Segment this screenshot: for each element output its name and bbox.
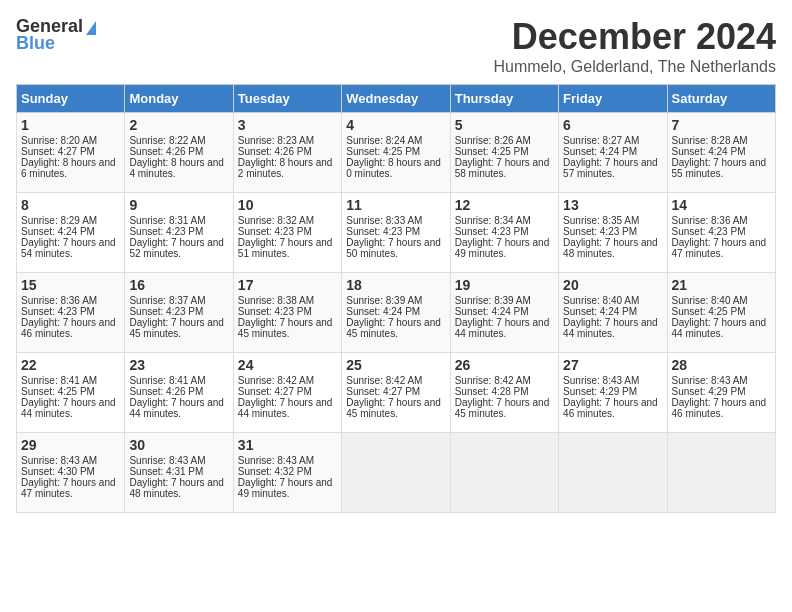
day-number: 25: [346, 357, 445, 373]
week-row-4: 22Sunrise: 8:41 AMSunset: 4:25 PMDayligh…: [17, 353, 776, 433]
day-number: 3: [238, 117, 337, 133]
daylight-label: Daylight: 8 hours and 4 minutes.: [129, 157, 224, 179]
sunrise-label: Sunrise: 8:23 AM: [238, 135, 314, 146]
day-number: 24: [238, 357, 337, 373]
calendar-cell: 11Sunrise: 8:33 AMSunset: 4:23 PMDayligh…: [342, 193, 450, 273]
sunset-label: Sunset: 4:29 PM: [563, 386, 637, 397]
sunset-label: Sunset: 4:24 PM: [563, 306, 637, 317]
calendar-cell: 25Sunrise: 8:42 AMSunset: 4:27 PMDayligh…: [342, 353, 450, 433]
daylight-label: Daylight: 7 hours and 48 minutes.: [563, 237, 658, 259]
calendar-cell: 15Sunrise: 8:36 AMSunset: 4:23 PMDayligh…: [17, 273, 125, 353]
calendar-cell: 23Sunrise: 8:41 AMSunset: 4:26 PMDayligh…: [125, 353, 233, 433]
sunset-label: Sunset: 4:25 PM: [672, 306, 746, 317]
day-number: 14: [672, 197, 771, 213]
daylight-label: Daylight: 7 hours and 47 minutes.: [672, 237, 767, 259]
daylight-label: Daylight: 7 hours and 49 minutes.: [455, 237, 550, 259]
sunset-label: Sunset: 4:23 PM: [455, 226, 529, 237]
daylight-label: Daylight: 7 hours and 55 minutes.: [672, 157, 767, 179]
location-title: Hummelo, Gelderland, The Netherlands: [493, 58, 776, 76]
sunset-label: Sunset: 4:25 PM: [21, 386, 95, 397]
logo-triangle-icon: [86, 21, 96, 35]
calendar-cell: 13Sunrise: 8:35 AMSunset: 4:23 PMDayligh…: [559, 193, 667, 273]
sunset-label: Sunset: 4:23 PM: [129, 306, 203, 317]
calendar-cell: 9Sunrise: 8:31 AMSunset: 4:23 PMDaylight…: [125, 193, 233, 273]
day-of-week-saturday: Saturday: [667, 85, 775, 113]
calendar-cell: 6Sunrise: 8:27 AMSunset: 4:24 PMDaylight…: [559, 113, 667, 193]
calendar-cell: 7Sunrise: 8:28 AMSunset: 4:24 PMDaylight…: [667, 113, 775, 193]
day-number: 18: [346, 277, 445, 293]
calendar-cell: 10Sunrise: 8:32 AMSunset: 4:23 PMDayligh…: [233, 193, 341, 273]
calendar-cell: 22Sunrise: 8:41 AMSunset: 4:25 PMDayligh…: [17, 353, 125, 433]
sunset-label: Sunset: 4:23 PM: [21, 306, 95, 317]
sunset-label: Sunset: 4:26 PM: [129, 386, 203, 397]
daylight-label: Daylight: 7 hours and 46 minutes.: [672, 397, 767, 419]
calendar-cell: 14Sunrise: 8:36 AMSunset: 4:23 PMDayligh…: [667, 193, 775, 273]
sunrise-label: Sunrise: 8:24 AM: [346, 135, 422, 146]
daylight-label: Daylight: 7 hours and 48 minutes.: [129, 477, 224, 499]
daylight-label: Daylight: 7 hours and 44 minutes.: [238, 397, 333, 419]
sunrise-label: Sunrise: 8:37 AM: [129, 295, 205, 306]
day-number: 7: [672, 117, 771, 133]
logo: General Blue: [16, 16, 96, 54]
daylight-label: Daylight: 7 hours and 51 minutes.: [238, 237, 333, 259]
calendar-cell: 2Sunrise: 8:22 AMSunset: 4:26 PMDaylight…: [125, 113, 233, 193]
sunrise-label: Sunrise: 8:41 AM: [129, 375, 205, 386]
calendar-cell: 16Sunrise: 8:37 AMSunset: 4:23 PMDayligh…: [125, 273, 233, 353]
daylight-label: Daylight: 7 hours and 44 minutes.: [129, 397, 224, 419]
sunrise-label: Sunrise: 8:33 AM: [346, 215, 422, 226]
daylight-label: Daylight: 7 hours and 54 minutes.: [21, 237, 116, 259]
day-number: 10: [238, 197, 337, 213]
day-number: 23: [129, 357, 228, 373]
calendar-cell: [342, 433, 450, 513]
day-of-week-monday: Monday: [125, 85, 233, 113]
daylight-label: Daylight: 7 hours and 44 minutes.: [563, 317, 658, 339]
calendar-cell: 3Sunrise: 8:23 AMSunset: 4:26 PMDaylight…: [233, 113, 341, 193]
day-number: 11: [346, 197, 445, 213]
sunset-label: Sunset: 4:31 PM: [129, 466, 203, 477]
sunset-label: Sunset: 4:24 PM: [455, 306, 529, 317]
daylight-label: Daylight: 8 hours and 2 minutes.: [238, 157, 333, 179]
day-number: 17: [238, 277, 337, 293]
daylight-label: Daylight: 7 hours and 45 minutes.: [346, 317, 441, 339]
daylight-label: Daylight: 7 hours and 45 minutes.: [129, 317, 224, 339]
day-number: 13: [563, 197, 662, 213]
sunrise-label: Sunrise: 8:42 AM: [455, 375, 531, 386]
day-number: 9: [129, 197, 228, 213]
sunrise-label: Sunrise: 8:27 AM: [563, 135, 639, 146]
sunset-label: Sunset: 4:26 PM: [129, 146, 203, 157]
daylight-label: Daylight: 7 hours and 50 minutes.: [346, 237, 441, 259]
daylight-label: Daylight: 7 hours and 46 minutes.: [21, 317, 116, 339]
week-row-2: 8Sunrise: 8:29 AMSunset: 4:24 PMDaylight…: [17, 193, 776, 273]
sunset-label: Sunset: 4:29 PM: [672, 386, 746, 397]
title-block: December 2024 Hummelo, Gelderland, The N…: [493, 16, 776, 76]
week-row-5: 29Sunrise: 8:43 AMSunset: 4:30 PMDayligh…: [17, 433, 776, 513]
sunrise-label: Sunrise: 8:39 AM: [346, 295, 422, 306]
calendar-cell: 24Sunrise: 8:42 AMSunset: 4:27 PMDayligh…: [233, 353, 341, 433]
sunrise-label: Sunrise: 8:40 AM: [563, 295, 639, 306]
day-number: 4: [346, 117, 445, 133]
sunset-label: Sunset: 4:25 PM: [455, 146, 529, 157]
sunset-label: Sunset: 4:32 PM: [238, 466, 312, 477]
calendar-cell: [667, 433, 775, 513]
calendar-cell: 20Sunrise: 8:40 AMSunset: 4:24 PMDayligh…: [559, 273, 667, 353]
daylight-label: Daylight: 7 hours and 52 minutes.: [129, 237, 224, 259]
day-number: 30: [129, 437, 228, 453]
day-number: 22: [21, 357, 120, 373]
calendar-cell: 4Sunrise: 8:24 AMSunset: 4:25 PMDaylight…: [342, 113, 450, 193]
sunset-label: Sunset: 4:24 PM: [21, 226, 95, 237]
sunrise-label: Sunrise: 8:26 AM: [455, 135, 531, 146]
sunrise-label: Sunrise: 8:42 AM: [238, 375, 314, 386]
sunset-label: Sunset: 4:23 PM: [129, 226, 203, 237]
day-number: 19: [455, 277, 554, 293]
day-number: 26: [455, 357, 554, 373]
sunrise-label: Sunrise: 8:43 AM: [238, 455, 314, 466]
page-header: General Blue December 2024 Hummelo, Geld…: [16, 16, 776, 76]
sunset-label: Sunset: 4:23 PM: [238, 226, 312, 237]
day-of-week-tuesday: Tuesday: [233, 85, 341, 113]
sunrise-label: Sunrise: 8:35 AM: [563, 215, 639, 226]
sunset-label: Sunset: 4:24 PM: [672, 146, 746, 157]
calendar-cell: 30Sunrise: 8:43 AMSunset: 4:31 PMDayligh…: [125, 433, 233, 513]
daylight-label: Daylight: 8 hours and 6 minutes.: [21, 157, 116, 179]
daylight-label: Daylight: 7 hours and 44 minutes.: [21, 397, 116, 419]
days-of-week-header: SundayMondayTuesdayWednesdayThursdayFrid…: [17, 85, 776, 113]
